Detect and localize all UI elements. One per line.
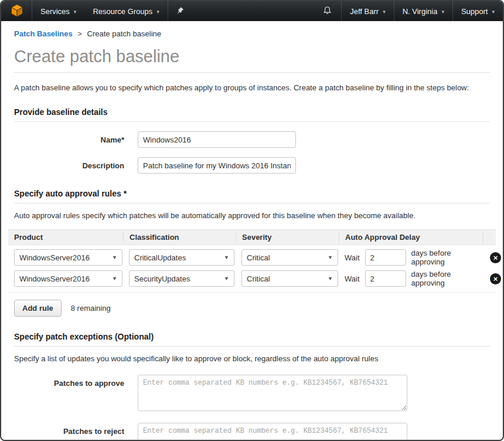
- app-window: Services ▾ Resource Groups ▾: [0, 0, 504, 441]
- nav-resource-groups-menu[interactable]: Resource Groups ▾: [84, 1, 167, 21]
- patch-exceptions-description: Specify a list of updates you would spec…: [14, 354, 490, 363]
- chevron-down-icon: ▼: [224, 276, 229, 281]
- classification-select[interactable]: SecurityUpdates ▼: [129, 270, 234, 287]
- rules-table-header: Product Classification Severity Auto App…: [8, 229, 496, 245]
- severity-select-value: Critical: [247, 274, 270, 283]
- chevron-down-icon: ▼: [328, 276, 333, 281]
- chevron-down-icon: ▾: [383, 9, 386, 15]
- rule-row: WindowsServer2016 ▼ CriticalUpdates ▼ Cr…: [8, 249, 496, 266]
- nav-resource-groups-label: Resource Groups: [93, 7, 152, 16]
- column-header-product: Product: [8, 233, 123, 242]
- breadcrumb-separator: >: [77, 29, 82, 38]
- chevron-down-icon: ▾: [492, 9, 495, 15]
- page-intro-text: A patch baseline allows you to specify w…: [14, 83, 490, 92]
- add-rule-row: Add rule 8 remaining: [14, 300, 490, 317]
- chevron-down-icon: ▼: [328, 255, 333, 260]
- auto-approval-rules-table: Product Classification Severity Auto App…: [8, 229, 496, 293]
- column-header-classification: Classification: [123, 233, 236, 242]
- name-label: Name*: [14, 135, 131, 144]
- severity-select-value: Critical: [247, 253, 270, 262]
- name-form-row: Name*: [14, 131, 490, 148]
- auto-approval-description: Auto approval rules specify which patche…: [14, 211, 490, 220]
- product-select-value: WindowsServer2016: [19, 274, 90, 283]
- delete-rule-icon[interactable]: ×: [490, 273, 501, 284]
- nav-pinned-shortcuts[interactable]: [168, 1, 192, 21]
- patches-reject-textarea[interactable]: [138, 423, 407, 441]
- column-header-auto-approval-delay: Auto Approval Delay: [339, 233, 483, 242]
- delay-cell: Wait days before approving: [339, 249, 483, 266]
- description-label: Description: [14, 161, 131, 170]
- delay-days-input[interactable]: [365, 270, 406, 287]
- product-select-value: WindowsServer2016: [19, 253, 90, 262]
- breadcrumb-patch-baselines-link[interactable]: Patch Baselines: [14, 29, 73, 38]
- row-actions-cell: ×: [483, 273, 501, 284]
- bell-icon: [323, 6, 332, 17]
- nav-account-label: Jeff Barr: [350, 7, 379, 16]
- top-navigation-bar: Services ▾ Resource Groups ▾: [1, 1, 503, 21]
- chevron-down-icon: ▼: [224, 255, 229, 260]
- nav-right-group: Jeff Barr ▾ N. Virginia ▾ Support ▾: [314, 1, 503, 21]
- delay-cell: Wait days before approving: [339, 270, 483, 287]
- nav-services-menu[interactable]: Services ▾: [32, 1, 84, 21]
- chevron-down-icon: ▾: [156, 9, 159, 15]
- product-select[interactable]: WindowsServer2016 ▼: [14, 249, 122, 266]
- description-form-row: Description: [14, 157, 490, 174]
- chevron-down-icon: ▾: [441, 9, 444, 15]
- pushpin-icon: [176, 6, 184, 16]
- delay-suffix-label: days before approving: [411, 270, 483, 287]
- chevron-down-icon: ▾: [74, 9, 77, 15]
- nav-region-label: N. Virginia: [403, 7, 438, 16]
- rules-remaining-text: 8 remaining: [71, 304, 111, 313]
- column-header-severity: Severity: [236, 233, 339, 242]
- notifications-button[interactable]: [314, 1, 341, 21]
- classification-cell: CriticalUpdates ▼: [123, 249, 236, 266]
- classification-select-value: CriticalUpdates: [134, 253, 186, 262]
- rules-table-body: WindowsServer2016 ▼ CriticalUpdates ▼ Cr…: [8, 249, 496, 293]
- product-select[interactable]: WindowsServer2016 ▼: [14, 270, 122, 287]
- severity-cell: Critical ▼: [236, 249, 339, 266]
- wait-label: Wait: [345, 274, 360, 283]
- name-input[interactable]: [138, 131, 296, 148]
- patches-approve-textarea[interactable]: [138, 375, 407, 411]
- severity-select[interactable]: Critical ▼: [241, 249, 338, 266]
- chevron-down-icon: ▼: [112, 276, 117, 281]
- nav-services-label: Services: [40, 7, 70, 16]
- nav-support-menu[interactable]: Support ▾: [453, 1, 503, 21]
- breadcrumb-current: Create patch baseline: [87, 29, 161, 38]
- patches-approve-label: Patches to approve: [14, 379, 131, 388]
- patches-reject-label: Patches to reject: [14, 427, 131, 436]
- aws-logo[interactable]: [1, 1, 32, 21]
- classification-select[interactable]: CriticalUpdates ▼: [129, 249, 234, 266]
- column-header-actions: [483, 233, 496, 242]
- nav-support-label: Support: [461, 7, 488, 16]
- classification-cell: SecurityUpdates ▼: [123, 270, 236, 287]
- delay-suffix-label: days before approving: [411, 249, 483, 266]
- add-rule-button[interactable]: Add rule: [14, 300, 62, 317]
- classification-select-value: SecurityUpdates: [134, 274, 190, 283]
- section-heading-baseline-details: Provide baseline details: [14, 107, 490, 122]
- breadcrumb: Patch Baselines > Create patch baseline: [14, 29, 490, 38]
- severity-cell: Critical ▼: [236, 270, 339, 287]
- product-cell: WindowsServer2016 ▼: [8, 270, 123, 287]
- main-content: Patch Baselines > Create patch baseline …: [1, 21, 503, 441]
- nav-region-menu[interactable]: N. Virginia ▾: [394, 1, 452, 21]
- product-cell: WindowsServer2016 ▼: [8, 249, 123, 266]
- aws-cube-icon: [11, 4, 23, 19]
- section-heading-patch-exceptions: Specify patch exceptions (Optional): [14, 332, 490, 347]
- rule-row: WindowsServer2016 ▼ SecurityUpdates ▼ Cr…: [8, 270, 496, 287]
- delete-rule-icon[interactable]: ×: [490, 252, 501, 263]
- chevron-down-icon: ▼: [112, 255, 117, 260]
- wait-label: Wait: [345, 253, 360, 262]
- nav-account-menu[interactable]: Jeff Barr ▾: [342, 1, 393, 21]
- row-actions-cell: ×: [483, 252, 501, 263]
- patches-reject-row: Patches to reject: [14, 423, 490, 441]
- severity-select[interactable]: Critical ▼: [241, 270, 338, 287]
- description-input[interactable]: [138, 157, 296, 174]
- section-heading-auto-approval-rules: Specify auto approval rules *: [14, 189, 490, 203]
- delay-days-input[interactable]: [365, 249, 406, 266]
- patches-approve-row: Patches to approve: [14, 375, 490, 411]
- page-title: Create patch baseline: [14, 47, 490, 73]
